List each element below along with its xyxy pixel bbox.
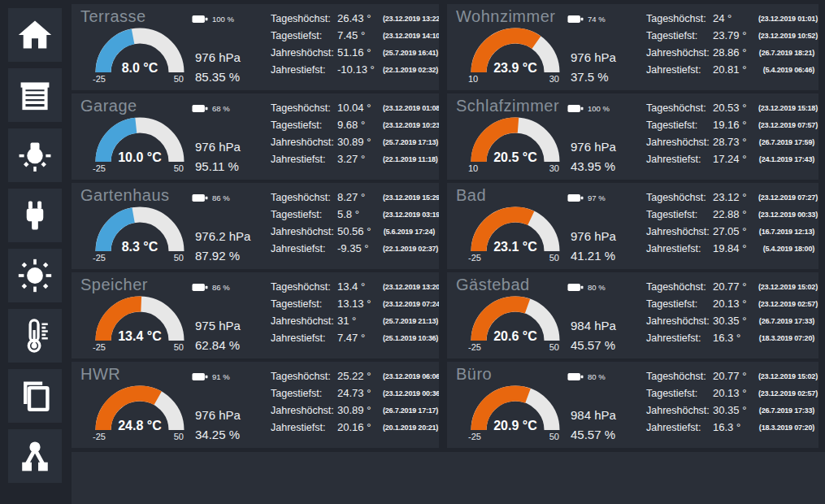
- minmax-row: Jahreshöchst: 30.89 ° (25.7.2019 17:13): [271, 133, 435, 150]
- pressure-value: 976 hPa: [571, 50, 616, 64]
- battery-percent: 80 %: [588, 283, 606, 292]
- pressure-value: 976 hPa: [571, 229, 616, 243]
- minmax-timestamp: (22.1.2019 02:32): [383, 66, 438, 74]
- minmax-timestamp: (23.12.2019 01:08): [383, 104, 439, 112]
- room-card: Schlafzimmer 100 % 20.5 °C 10 30 976 hPa…: [447, 93, 818, 180]
- humidity-value: 45.57 %: [571, 338, 615, 352]
- minmax-row: Jahrestiefst: 16.3 ° (18.3.2019 07:20): [646, 329, 814, 346]
- minmax-value: 20.16 °: [337, 421, 383, 433]
- battery-percent: 91 %: [212, 372, 230, 381]
- battery-percent: 86 %: [212, 193, 230, 202]
- room-title: Gartenhaus: [80, 186, 170, 205]
- sidebar-item-network[interactable]: [8, 429, 62, 483]
- minmax-row: Tageshöchst: 25.22 ° (23.12.2019 06:06): [271, 367, 435, 385]
- minmax-label: Tagestiefst:: [646, 388, 713, 399]
- minmax-value: 13.4 °: [337, 280, 383, 293]
- minmax-value: 28.86 °: [713, 46, 758, 59]
- room-card: Gartenhaus 86 % 8.3 °C -25 50 976.2 hPa …: [72, 183, 439, 269]
- minmax-timestamp: (23.12.2019 00:36): [383, 389, 439, 398]
- minmax-timestamp: (5.4.2019 06:46): [758, 66, 814, 74]
- pressure-value: 976 hPa: [195, 50, 241, 64]
- sidebar-item-pages[interactable]: [8, 369, 62, 423]
- pressure-value: 976 hPa: [195, 408, 241, 422]
- minmax-timestamp: (23.12.2019 07:27): [758, 193, 818, 202]
- battery-percent: 74 %: [588, 15, 606, 24]
- minmax-value: 26.43 °: [337, 12, 383, 24]
- battery-status: 68 %: [192, 104, 230, 113]
- minmax-label: Jahreshöchst:: [646, 137, 713, 148]
- battery-percent: 100 %: [212, 15, 234, 24]
- room-title: Wohnzimmer: [456, 7, 555, 26]
- minmax-row: Jahreshöchst: 27.05 ° (16.7.2019 12:13): [646, 223, 814, 240]
- minmax-row: Jahrestiefst: 19.84 ° (5.4.2019 18:00): [646, 240, 814, 257]
- minmax-table: Tageshöchst: 23.12 ° (23.12.2019 07:27) …: [646, 189, 814, 257]
- room-card: Gästebad 80 % 20.6 °C -25 50 984 hPa 45.…: [447, 272, 818, 358]
- gauge-min-label: -25: [93, 74, 106, 84]
- minmax-label: Tagestiefst:: [646, 119, 713, 131]
- gauge-max-label: 30: [549, 163, 559, 173]
- sidebar-item-garage-door[interactable]: [8, 68, 62, 122]
- minmax-row: Tageshöchst: 8.27 ° (23.12.2019 15:29): [271, 189, 435, 206]
- minmax-row: Tagestiefst: 22.88 ° (23.12.2019 00:33): [646, 206, 814, 223]
- battery-percent: 86 %: [212, 283, 230, 292]
- minmax-label: Tageshöchst:: [271, 192, 337, 203]
- battery-icon: [567, 104, 584, 113]
- minmax-value: -9.35 °: [337, 242, 383, 254]
- minmax-value: 20.77 °: [713, 370, 758, 382]
- pressure-value: 976 hPa: [195, 140, 241, 154]
- room-title: Bad: [456, 186, 486, 205]
- sidebar-item-thermometer[interactable]: [8, 309, 62, 363]
- minmax-timestamp: (26.7.2019 17:33): [758, 406, 814, 415]
- minmax-row: Tagestiefst: 13.13 ° (23.12.2019 07:24): [271, 295, 435, 312]
- minmax-row: Tagestiefst: 7.45 ° (23.12.2019 14:10): [271, 27, 435, 44]
- battery-status: 80 %: [567, 372, 606, 381]
- minmax-value: 16.3 °: [713, 332, 758, 344]
- minmax-row: Tageshöchst: 20.53 ° (23.12.2019 15:18): [646, 99, 814, 116]
- humidity-value: 37.5 %: [571, 70, 609, 84]
- room-title: Gästebad: [456, 276, 530, 294]
- minmax-row: Tageshöchst: 23.12 ° (23.12.2019 07:27): [646, 189, 814, 206]
- minmax-label: Jahreshöchst:: [646, 315, 713, 327]
- card-grid: Terrasse 100 % 8.0 °C -25 50 976 hPa 85.…: [72, 0, 825, 452]
- home-icon: [17, 17, 53, 53]
- room-card: Speicher 86 % 13.4 °C -25 50 975 hPa 62.…: [72, 272, 439, 358]
- battery-percent: 68 %: [212, 104, 230, 113]
- battery-status: 91 %: [192, 372, 230, 381]
- minmax-timestamp: (23.12.2019 13:20): [383, 283, 439, 291]
- minmax-label: Tageshöchst:: [271, 102, 337, 114]
- pressure-value: 984 hPa: [571, 319, 616, 332]
- minmax-label: Jahrestiefst:: [271, 154, 337, 165]
- minmax-timestamp: (23.12.2019 03:19): [383, 211, 439, 219]
- gauge-min-label: -25: [468, 432, 481, 441]
- battery-icon: [192, 104, 208, 113]
- minmax-label: Tagestiefst:: [271, 209, 337, 220]
- sidebar-item-lightbulb[interactable]: [8, 128, 62, 182]
- minmax-timestamp: (23.12.2019 07:57): [758, 121, 818, 129]
- minmax-row: Tageshöchst: 13.4 ° (23.12.2019 13:20): [271, 278, 435, 295]
- minmax-label: Tagestiefst:: [646, 298, 713, 310]
- gauge-min-label: -25: [93, 342, 106, 352]
- minmax-label: Jahreshöchst:: [646, 226, 713, 237]
- minmax-value: 17.24 °: [713, 153, 758, 165]
- minmax-value: 25.22 °: [337, 370, 383, 382]
- minmax-label: Jahreshöchst:: [646, 405, 713, 416]
- minmax-timestamp: (23.12.2019 13:22): [383, 15, 439, 23]
- minmax-value: 31 °: [337, 315, 383, 327]
- minmax-value: 28.73 °: [713, 136, 758, 148]
- sidebar-item-home[interactable]: [8, 8, 62, 62]
- minmax-label: Jahreshöchst:: [271, 405, 337, 416]
- battery-percent: 100 %: [588, 104, 610, 113]
- minmax-label: Jahrestiefst:: [646, 64, 713, 76]
- humidity-value: 43.95 %: [571, 159, 615, 173]
- minmax-value: 9.68 °: [337, 119, 383, 131]
- gauge-min-label: -25: [468, 342, 481, 352]
- minmax-timestamp: (5.4.2019 18:00): [758, 245, 814, 253]
- minmax-label: Jahreshöchst:: [271, 226, 337, 237]
- minmax-value: 3.27 °: [337, 153, 383, 165]
- minmax-value: 8.27 °: [337, 191, 383, 203]
- minmax-table: Tageshöchst: 26.43 ° (23.12.2019 13:22) …: [271, 10, 435, 78]
- minmax-timestamp: (26.7.2019 17:59): [758, 138, 814, 146]
- sidebar-item-sun[interactable]: [8, 249, 62, 302]
- minmax-value: 27.05 °: [713, 225, 758, 237]
- sidebar-item-plug[interactable]: [8, 189, 62, 242]
